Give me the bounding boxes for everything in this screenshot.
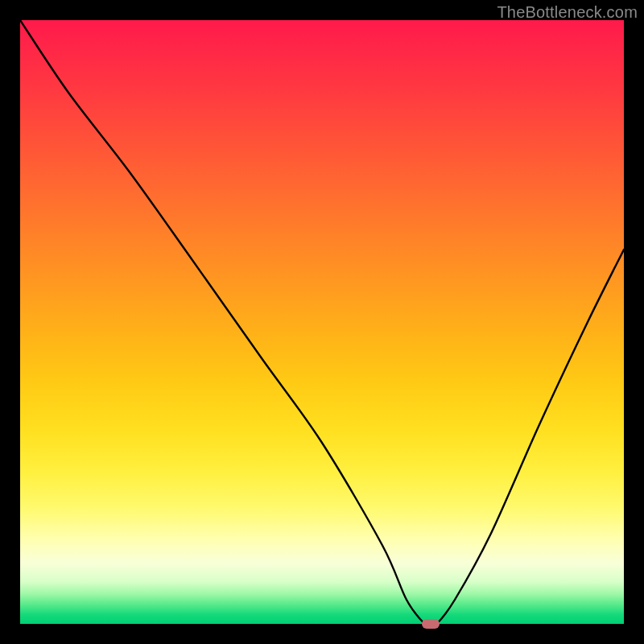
chart-frame: TheBottleneck.com — [0, 0, 644, 644]
watermark-text: TheBottleneck.com — [497, 3, 638, 22]
curve-svg — [20, 20, 624, 624]
plot-area — [20, 20, 624, 624]
marker-point — [422, 619, 440, 629]
bottleneck-curve — [20, 20, 624, 624]
